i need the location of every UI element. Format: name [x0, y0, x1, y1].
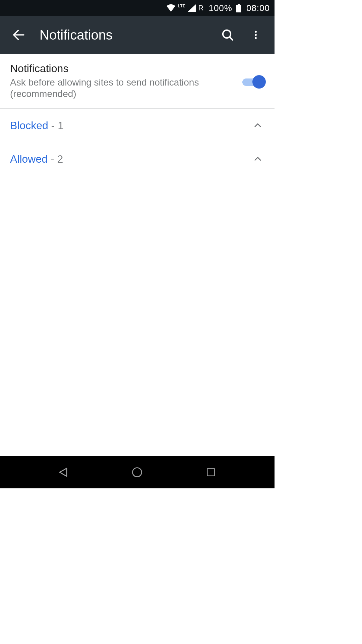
svg-marker-8 — [60, 468, 67, 476]
chevron-up-icon — [251, 152, 264, 166]
navbar — [0, 456, 275, 488]
notifications-switch[interactable] — [241, 74, 264, 88]
home-nav-button[interactable] — [124, 459, 150, 486]
svg-point-7 — [255, 37, 257, 39]
search-icon — [221, 28, 234, 42]
back-nav-button[interactable] — [50, 459, 77, 486]
network-type-label: LTE — [178, 4, 185, 8]
nav-home-icon — [131, 466, 143, 478]
nav-back-icon — [58, 466, 70, 478]
switch-thumb — [252, 75, 266, 89]
battery-icon — [236, 4, 242, 12]
toggle-title: Notifications — [10, 62, 233, 75]
blocked-count: 1 — [58, 119, 64, 131]
allowed-label: Allowed — [10, 153, 48, 165]
arrow-left-icon — [12, 28, 25, 42]
allowed-sep: - — [48, 153, 57, 165]
blocked-sep: - — [48, 119, 58, 131]
svg-rect-10 — [207, 469, 214, 476]
svg-rect-1 — [236, 5, 241, 12]
cellular-signal-icon — [188, 4, 196, 12]
back-button[interactable] — [5, 16, 33, 54]
wifi-icon — [166, 4, 176, 12]
notifications-toggle-row[interactable]: Notifications Ask before allowing sites … — [0, 54, 275, 109]
section-label-wrap: Allowed - 2 — [10, 153, 251, 165]
allowed-count: 2 — [57, 153, 63, 165]
blocked-label: Blocked — [10, 119, 48, 131]
content: Notifications Ask before allowing sites … — [0, 54, 275, 176]
svg-point-5 — [255, 31, 257, 33]
appbar: Notifications — [0, 16, 275, 54]
more-vert-icon — [250, 28, 261, 42]
statusbar: LTE R 100% 08:00 — [0, 0, 275, 16]
svg-line-4 — [230, 37, 233, 40]
roaming-indicator: R — [198, 4, 204, 12]
recents-nav-button[interactable] — [197, 459, 224, 486]
chevron-up-icon — [251, 119, 264, 132]
svg-point-9 — [133, 468, 142, 477]
toggle-subtitle: Ask before allowing sites to send notifi… — [10, 77, 215, 100]
blocked-section-header[interactable]: Blocked - 1 — [0, 109, 275, 142]
search-button[interactable] — [214, 16, 242, 54]
section-label-wrap: Blocked - 1 — [10, 119, 251, 132]
clock: 08:00 — [246, 3, 270, 13]
toggle-text: Notifications Ask before allowing sites … — [10, 62, 241, 100]
status-icons: LTE R 100% 08:00 — [166, 3, 270, 13]
svg-point-6 — [255, 34, 257, 36]
allowed-section-header[interactable]: Allowed - 2 — [0, 142, 275, 176]
nav-recents-icon — [205, 467, 216, 478]
svg-rect-0 — [238, 4, 240, 5]
battery-percent: 100% — [208, 3, 232, 13]
overflow-menu-button[interactable] — [242, 16, 270, 54]
page-title: Notifications — [33, 28, 214, 43]
